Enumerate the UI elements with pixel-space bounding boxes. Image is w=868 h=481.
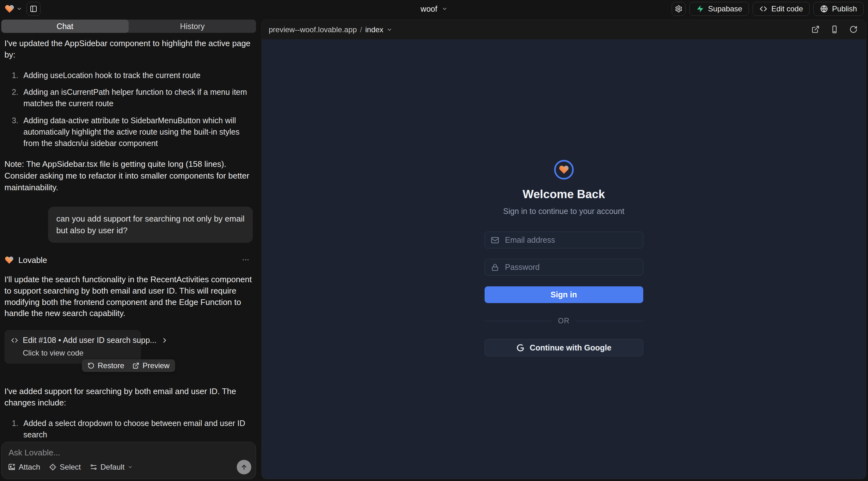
topbar-left: [4, 2, 40, 16]
supabase-bolt-icon: [696, 5, 704, 13]
url-separator: /: [360, 25, 362, 34]
project-switcher[interactable]: woof: [421, 4, 447, 13]
chevron-down-icon: [386, 27, 392, 33]
assistant-note-paragraph: Note: The AppSidebar.tsx file is getting…: [4, 158, 253, 193]
topbar: woof Supabase Edit code Publish: [0, 0, 868, 18]
or-label: OR: [558, 317, 569, 325]
preview-url-selector[interactable]: preview--woof.lovable.app / index: [269, 25, 392, 34]
project-name: woof: [421, 4, 437, 13]
gear-icon: [675, 5, 682, 13]
edit-card[interactable]: Edit #108 • Add user ID search supp... C…: [4, 330, 141, 364]
attach-button[interactable]: Attach: [8, 463, 40, 472]
supabase-button[interactable]: Supabase: [689, 2, 749, 16]
lovable-heart-icon: [4, 4, 14, 14]
list-item: Adding data-active attribute to SidebarM…: [4, 115, 253, 149]
main-area: Chat History I've updated the AppSidebar…: [0, 18, 868, 481]
globe-icon: [820, 5, 828, 13]
external-link-icon: [132, 362, 140, 369]
edit-card-wrap: Edit #108 • Add user ID search supp... C…: [4, 330, 145, 364]
list-item: Adding an isCurrentPath helper function …: [4, 86, 253, 109]
lovable-logo-menu[interactable]: [4, 4, 22, 14]
publish-label: Publish: [832, 4, 857, 13]
login-subtitle: Sign in to continue to your account: [503, 207, 625, 216]
smartphone-icon: [830, 25, 839, 33]
composer-toolbar: Attach Select Default: [2, 460, 256, 479]
password-field-wrap: [485, 259, 643, 276]
preview-panel: preview--woof.lovable.app / index: [261, 20, 866, 479]
assistant-header: Lovable: [4, 255, 253, 265]
refresh-icon: [849, 25, 858, 33]
external-link-icon: [811, 25, 819, 33]
preview-iframe-content: Welcome Back Sign in to continue to your…: [262, 39, 866, 479]
topbar-right: Supabase Edit code Publish: [672, 2, 864, 16]
chat-message-list[interactable]: I've updated the AppSidebar component to…: [1, 33, 257, 438]
sign-in-button[interactable]: Sign in: [485, 286, 643, 303]
continue-with-google-button[interactable]: Continue with Google: [485, 339, 643, 356]
user-message-bubble: can you add support for searching not on…: [48, 207, 253, 243]
restore-icon: [88, 362, 94, 369]
send-button[interactable]: [237, 460, 251, 474]
publish-button[interactable]: Publish: [813, 2, 864, 16]
list-item: Added a select dropdown to choose betwee…: [4, 417, 253, 438]
assistant-paragraph: I've updated the AppSidebar component to…: [4, 38, 253, 61]
sidebar-panel-icon: [30, 5, 37, 13]
supabase-label: Supabase: [708, 4, 742, 13]
select-button[interactable]: Select: [49, 463, 81, 472]
assistant-name: Lovable: [18, 255, 47, 265]
edit-actions-toolbar: Restore Preview: [82, 359, 175, 372]
email-field[interactable]: [485, 232, 643, 248]
sliders-icon: [90, 463, 97, 471]
app-logo: [554, 160, 574, 180]
select-label: Select: [60, 463, 81, 472]
edit-code-button[interactable]: Edit code: [753, 2, 809, 16]
preview-host: preview--woof.lovable.app: [269, 25, 357, 34]
restore-button[interactable]: Restore: [88, 361, 124, 370]
divider-line: [576, 321, 643, 321]
assistant-numbered-list: Adding useLocation hook to track the cur…: [4, 69, 253, 149]
composer: Attach Select Default: [1, 442, 256, 479]
assistant-paragraph: I've added support for searching by both…: [4, 386, 253, 409]
edit-card-subtitle: Click to view code: [23, 349, 134, 357]
tab-chat[interactable]: Chat: [1, 20, 129, 33]
restore-label: Restore: [98, 361, 124, 370]
preview-label: Preview: [143, 361, 169, 370]
mode-selector[interactable]: Default: [90, 463, 133, 472]
password-field[interactable]: [485, 259, 643, 276]
lovable-heart-icon: [4, 255, 14, 265]
chevron-right-icon: [161, 336, 168, 344]
chevron-down-icon: [128, 464, 133, 470]
arrow-up-icon: [240, 463, 248, 471]
assistant-numbered-list: Added a select dropdown to choose betwee…: [4, 417, 253, 438]
app-root: woof Supabase Edit code Publish: [0, 0, 868, 481]
ellipsis-icon: [242, 256, 250, 264]
mobile-view-button[interactable]: [830, 25, 839, 34]
login-form: Welcome Back Sign in to continue to your…: [485, 160, 643, 356]
edit-code-label: Edit code: [771, 4, 803, 13]
code-icon: [11, 336, 18, 344]
chat-input[interactable]: [2, 442, 256, 460]
preview-button[interactable]: Preview: [132, 361, 169, 370]
preview-topbar: preview--woof.lovable.app / index: [262, 20, 866, 39]
tab-history[interactable]: History: [129, 20, 256, 33]
edit-card-header: Edit #108 • Add user ID search supp...: [11, 335, 134, 345]
email-field-wrap: [485, 232, 643, 248]
chevron-down-icon: [17, 6, 22, 12]
or-divider: OR: [485, 317, 643, 325]
settings-button[interactable]: [672, 2, 686, 16]
preview-page: index: [365, 25, 383, 34]
chevron-down-icon: [442, 6, 447, 12]
google-icon: [516, 344, 525, 352]
chat-history-tabs: Chat History: [1, 20, 256, 33]
heart-icon: [559, 164, 569, 175]
mode-label: Default: [100, 463, 125, 472]
google-button-label: Continue with Google: [530, 343, 611, 352]
open-in-new-tab-button[interactable]: [811, 25, 819, 34]
refresh-button[interactable]: [849, 25, 858, 34]
divider-line: [485, 321, 552, 321]
attach-image-icon: [8, 463, 16, 471]
toggle-sidebar-button[interactable]: [27, 2, 40, 16]
login-title: Welcome Back: [523, 188, 605, 201]
message-options-button[interactable]: [242, 256, 250, 265]
mail-icon: [491, 236, 499, 244]
target-icon: [49, 463, 57, 471]
